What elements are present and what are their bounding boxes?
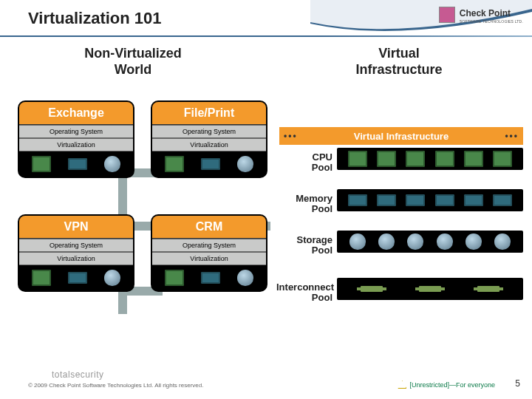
cpu-icon	[32, 156, 51, 172]
memory-icon	[406, 194, 425, 206]
cpu-icon	[406, 151, 425, 167]
col-head-right: Virtual Infrastructure	[266, 46, 532, 78]
stack-vpn: VPN Operating System Virtualization	[18, 214, 134, 292]
header: Virtualization 101 Check Point SOFTWARE …	[0, 0, 532, 40]
vi-band-label: Virtual Infrastructure	[354, 131, 449, 142]
cpu-icon	[435, 151, 454, 167]
brand-sub: SOFTWARE TECHNOLOGIES LTD.	[460, 19, 523, 24]
stack-os: Operating System	[19, 125, 133, 138]
memory-icon	[68, 158, 87, 170]
cpu-icon	[32, 270, 51, 286]
footer: totalsecurity © 2009 Check Point Softwar…	[0, 369, 532, 399]
stack-os: Operating System	[152, 239, 266, 252]
stack-virt: Virtualization	[152, 252, 266, 265]
column-headers: Non-Virtualized World Virtual Infrastruc…	[0, 46, 532, 78]
nic-icon	[419, 286, 441, 292]
memory-icon	[493, 194, 512, 206]
brand-text: Check Point SOFTWARE TECHNOLOGIES LTD.	[460, 6, 523, 24]
footer-classification: [Unrestricted]—For everyone	[398, 381, 495, 389]
slide-title: Virtualization 101	[28, 9, 162, 28]
memory-icon	[201, 272, 220, 284]
disk-icon	[407, 233, 423, 250]
cpu-icon	[464, 151, 483, 167]
disk-icon	[237, 156, 253, 172]
stack-virt: Virtualization	[19, 138, 133, 151]
disk-icon	[104, 156, 120, 172]
stack-hardware	[152, 265, 266, 290]
disk-icon	[237, 270, 253, 286]
slide-number: 5	[515, 378, 520, 389]
pool-label-memory: Memory Pool	[276, 194, 332, 215]
cpu-icon	[377, 151, 396, 167]
pool-bar-storage	[337, 231, 523, 253]
stack-title: VPN	[19, 216, 133, 239]
header-rule	[0, 35, 532, 37]
diagram-stage: Exchange Operating System Virtualization…	[13, 89, 519, 355]
warning-triangle-icon	[398, 381, 406, 389]
stack-title: File/Print	[152, 102, 266, 125]
memory-icon	[348, 194, 367, 206]
pool-label-interconnect: Interconnect Pool	[276, 282, 332, 304]
cpu-icon	[165, 270, 184, 286]
brand-name: Check Point	[460, 8, 511, 18]
stack-hardware	[152, 151, 266, 177]
stack-crm: CRM Operating System Virtualization	[151, 214, 267, 292]
memory-icon	[435, 194, 454, 206]
stack-os: Operating System	[19, 239, 133, 252]
pool-bar-interconnect	[337, 278, 523, 300]
footer-logo: totalsecurity	[52, 369, 104, 380]
stack-hardware	[19, 151, 133, 177]
stack-virt: Virtualization	[19, 252, 133, 265]
disk-icon	[466, 233, 482, 250]
stack-hardware	[19, 265, 133, 290]
pool-label-storage: Storage Pool	[276, 235, 332, 256]
nic-icon	[361, 286, 383, 292]
footer-copyright: © 2009 Check Point Software Technologies…	[28, 382, 203, 389]
vi-band: Virtual Infrastructure	[279, 127, 523, 145]
disk-icon	[437, 233, 453, 250]
stack-virt: Virtualization	[152, 138, 266, 151]
disk-icon	[494, 233, 511, 250]
col-head-left: Non-Virtualized World	[0, 46, 266, 78]
pool-bar-memory	[337, 189, 523, 211]
classification-text: [Unrestricted]—For everyone	[409, 381, 495, 389]
stack-title: CRM	[152, 216, 266, 239]
memory-icon	[68, 272, 87, 284]
brand-mark-icon	[439, 7, 455, 23]
cpu-icon	[165, 156, 184, 172]
pool-bar-cpu	[337, 148, 523, 170]
stack-fileprint: File/Print Operating System Virtualizati…	[151, 100, 267, 178]
disk-icon	[104, 270, 120, 286]
brand-logo: Check Point SOFTWARE TECHNOLOGIES LTD.	[439, 6, 523, 24]
pool-label-cpu: CPU Pool	[276, 152, 332, 174]
stack-title: Exchange	[19, 102, 133, 125]
stack-exchange: Exchange Operating System Virtualization	[18, 100, 134, 178]
memory-icon	[201, 158, 220, 170]
nic-icon	[477, 286, 499, 292]
cpu-icon	[348, 151, 367, 167]
cpu-icon	[493, 151, 512, 167]
disk-icon	[349, 233, 366, 250]
memory-icon	[464, 194, 483, 206]
disk-icon	[378, 233, 395, 250]
memory-icon	[377, 194, 396, 206]
stack-os: Operating System	[152, 125, 266, 138]
